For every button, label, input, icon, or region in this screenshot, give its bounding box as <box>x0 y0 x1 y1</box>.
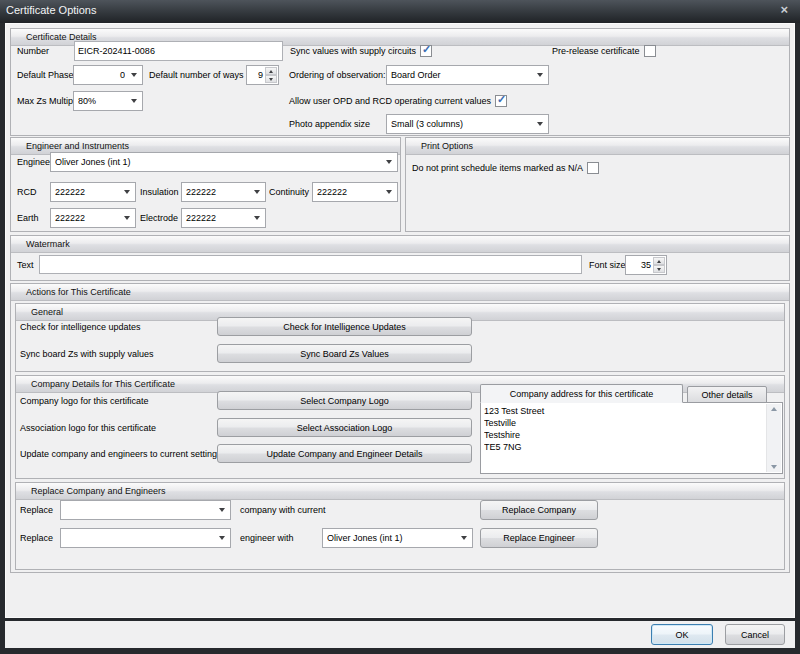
replace-engineer-combo[interactable] <box>60 528 231 548</box>
spin-down-icon[interactable] <box>653 265 665 273</box>
dropdown-arrow-icon <box>456 529 472 547</box>
allow-opd-checkbox[interactable] <box>495 95 507 107</box>
dropdown-arrow-icon <box>119 183 135 201</box>
allow-opd-label: Allow user OPD and RCD operating current… <box>289 96 491 106</box>
no-print-na-checkbox[interactable] <box>587 162 599 174</box>
print-options-group: Print Options Do not print schedule item… <box>405 137 790 232</box>
dropdown-arrow-icon <box>126 66 142 84</box>
scroll-down-icon[interactable] <box>771 465 777 469</box>
select-company-logo-button[interactable]: Select Company Logo <box>217 391 472 410</box>
tab-other-details[interactable]: Other details <box>687 386 767 403</box>
sync-values-checkbox[interactable] <box>420 45 432 57</box>
scrollbar[interactable] <box>766 404 781 472</box>
insulation-label: Insulation <box>140 182 180 202</box>
pre-release-label: Pre-release certificate <box>552 46 640 56</box>
pre-release-row: Pre-release certificate <box>552 43 656 59</box>
engineer-instruments-group: Engineer and Instruments Engineer Oliver… <box>10 137 401 232</box>
sync-zs-button[interactable]: Sync Board Zs Values <box>217 344 472 363</box>
continuity-combo[interactable]: 222222 <box>312 182 398 202</box>
watermark-text-input[interactable] <box>39 255 582 274</box>
close-icon[interactable]: × <box>780 0 788 20</box>
dropdown-arrow-icon <box>381 183 397 201</box>
watermark-header: Watermark <box>11 236 789 253</box>
dropdown-arrow-icon <box>381 153 397 171</box>
photo-appendix-label: Photo appendix size <box>289 114 370 134</box>
font-size-label: Font size <box>589 255 626 275</box>
select-association-logo-button[interactable]: Select Association Logo <box>217 418 472 437</box>
rcd-value: 222222 <box>55 183 118 201</box>
dropdown-arrow-icon <box>249 183 265 201</box>
replace-group: Replace Company and Engineers Replace co… <box>15 482 785 570</box>
title-bar: Certificate Options × <box>0 0 800 23</box>
dropdown-arrow-icon <box>214 529 230 547</box>
default-phase-value: 0 <box>78 66 125 84</box>
earth-label: Earth <box>17 208 39 228</box>
photo-appendix-combo[interactable]: Small (3 columns) <box>386 114 549 134</box>
electrode-value: 222222 <box>186 209 248 227</box>
replace-header: Replace Company and Engineers <box>16 483 784 500</box>
electrode-label: Electrode <box>140 208 180 228</box>
cancel-button[interactable]: Cancel <box>725 624 785 645</box>
earth-combo[interactable]: 222222 <box>50 208 136 228</box>
continuity-value: 222222 <box>317 183 380 201</box>
dialog-body: Certificate Details Number EICR-202411-0… <box>5 23 795 618</box>
dropdown-arrow-icon <box>119 209 135 227</box>
insulation-value: 222222 <box>186 183 248 201</box>
actions-header: Actions for This Certificate <box>11 284 789 301</box>
dropdown-arrow-icon <box>249 209 265 227</box>
engineer-with-value: Oliver Jones (int 1) <box>327 529 455 547</box>
electrode-combo[interactable]: 222222 <box>181 208 266 228</box>
pre-release-checkbox[interactable] <box>644 45 656 57</box>
default-phase-combo[interactable]: 0 <box>73 65 143 85</box>
update-company-button[interactable]: Update Company and Engineer Details <box>217 444 472 463</box>
update-company-label: Update company and engineers to current … <box>20 444 222 464</box>
default-ways-spinner[interactable]: 9 <box>246 65 279 85</box>
engineer-value: Oliver Jones (int 1) <box>55 153 380 171</box>
replace-company-label: Replace <box>20 500 53 520</box>
watermark-group: Watermark Text Font size 35 <box>10 235 790 281</box>
photo-appendix-value: Small (3 columns) <box>391 115 531 133</box>
check-updates-label: Check for intelligence updates <box>20 317 141 337</box>
ordering-label: Ordering of observation: <box>289 65 386 85</box>
general-group: General Check for intelligence updates C… <box>15 303 785 372</box>
default-ways-value: 9 <box>249 66 263 84</box>
allow-opd-row: Allow user OPD and RCD operating current… <box>289 93 507 109</box>
spin-up-icon[interactable] <box>653 257 665 265</box>
default-ways-label: Default number of ways <box>149 65 244 85</box>
replace-company-value <box>65 501 213 519</box>
rcd-label: RCD <box>17 182 37 202</box>
watermark-text-label: Text <box>17 255 34 275</box>
ok-button[interactable]: OK <box>651 624 713 645</box>
dropdown-arrow-icon <box>532 115 548 133</box>
engineer-combo[interactable]: Oliver Jones (int 1) <box>50 152 398 172</box>
spin-down-icon[interactable] <box>265 75 277 83</box>
company-address-textarea[interactable]: 123 Test Street Testville Testshire TE5 … <box>480 402 783 474</box>
max-zs-combo[interactable]: 80% <box>73 91 143 111</box>
font-size-spinner[interactable]: 35 <box>625 255 667 275</box>
certificate-number-input[interactable]: EICR-202411-0086 <box>74 41 283 61</box>
font-size-value: 35 <box>628 256 651 274</box>
engineer-with-combo[interactable]: Oliver Jones (int 1) <box>322 528 473 548</box>
check-updates-button[interactable]: Check for Intelligence Updates <box>217 317 472 336</box>
no-print-na-label: Do not print schedule items marked as N/… <box>412 163 583 173</box>
max-zs-value: 80% <box>78 92 125 110</box>
sync-values-label: Sync values with supply circuits <box>290 46 416 56</box>
actions-group: Actions for This Certificate General Che… <box>10 283 790 573</box>
replace-engineer-button[interactable]: Replace Engineer <box>480 528 598 548</box>
spin-up-icon[interactable] <box>265 67 277 75</box>
replace-company-combo[interactable] <box>60 500 231 520</box>
no-print-na-row: Do not print schedule items marked as N/… <box>412 160 599 176</box>
window-title: Certificate Options <box>6 0 96 21</box>
insulation-combo[interactable]: 222222 <box>181 182 266 202</box>
company-details-group: Company Details for This Certificate Com… <box>15 375 785 479</box>
tab-company-address[interactable]: Company address for this certificate <box>480 384 683 403</box>
replace-company-button[interactable]: Replace Company <box>480 500 598 520</box>
ordering-combo[interactable]: Board Order <box>386 65 549 85</box>
continuity-label: Continuity <box>269 182 311 202</box>
certificate-details-group: Certificate Details Number EICR-202411-0… <box>10 28 790 136</box>
rcd-combo[interactable]: 222222 <box>50 182 136 202</box>
scroll-up-icon[interactable] <box>771 407 777 411</box>
replace-engineer-empty-value <box>65 529 213 547</box>
max-zs-label: Max Zs Multiplie <box>17 91 73 111</box>
engineer-label: Engineer <box>17 152 53 172</box>
